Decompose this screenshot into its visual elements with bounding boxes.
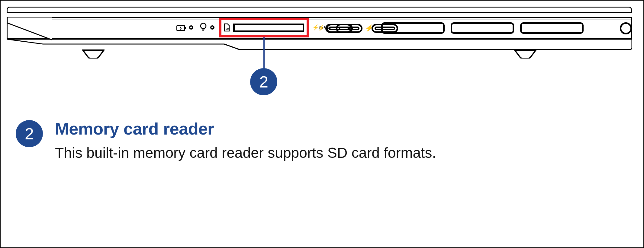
vent-slot <box>520 22 584 34</box>
rubber-foot <box>82 49 105 59</box>
callout-title: Memory card reader <box>55 119 436 138</box>
status-led <box>189 25 193 30</box>
rubber-foot <box>514 49 536 59</box>
power-indicator-icon <box>199 22 207 33</box>
callout-number: 2 <box>25 124 34 143</box>
callout-number-badge: 2 <box>250 68 277 95</box>
svg-rect-4 <box>185 27 186 29</box>
dp-lightning-icon: ⚡ᴰ <box>318 25 327 31</box>
callout-description: 2 Memory card reader This built-in memor… <box>16 119 631 162</box>
callout-body: This built-in memory card reader support… <box>55 144 436 162</box>
callout-number: 2 <box>259 72 268 91</box>
callout-number-badge: 2 <box>16 120 43 147</box>
vent-slot <box>451 22 514 34</box>
callout-leader-line <box>263 37 265 69</box>
manual-figure-page: ⚡ ⚡⫐ .usbc:nth-of-type(1){} ⚡ᴰ ⚡ SD <box>0 0 644 248</box>
usb-c-thunderbolt-port <box>372 24 398 33</box>
hinge-knob <box>620 22 632 34</box>
device-side-diagram: ⚡ ⚡⫐ .usbc:nth-of-type(1){} ⚡ᴰ ⚡ SD <box>1 1 643 103</box>
status-led <box>210 25 214 30</box>
battery-charge-icon <box>176 25 185 31</box>
usb-c-dp-port <box>326 24 353 33</box>
chassis-top-plate <box>7 7 632 13</box>
thunderbolt-icon: ⚡ <box>365 25 372 32</box>
svg-point-5 <box>201 23 206 29</box>
highlight-box <box>219 18 309 37</box>
